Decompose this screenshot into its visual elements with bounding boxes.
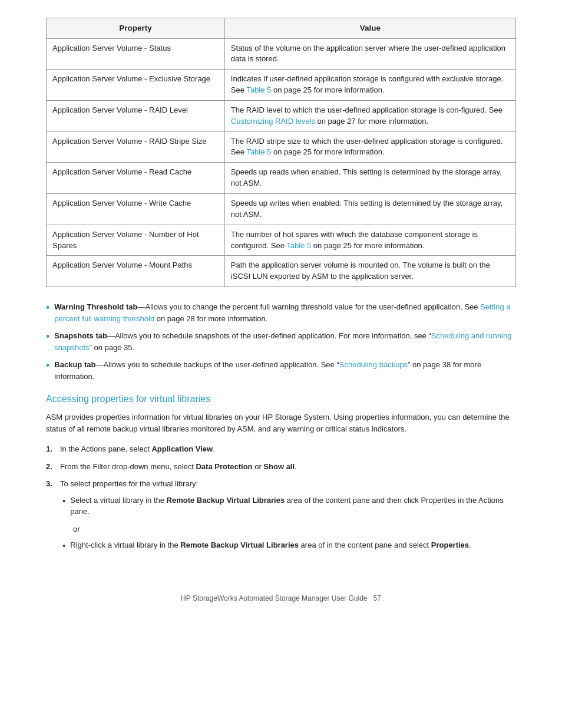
page-content: Property Value Application Server Volume… bbox=[46, 18, 516, 559]
step-number: 2. bbox=[46, 461, 60, 473]
table-cell-property: Application Server Volume - RAID Stripe … bbox=[47, 131, 225, 163]
table-cell-property: Application Server Volume - Status bbox=[47, 38, 225, 70]
sub-bullet-text: Select a virtual library in the Remote B… bbox=[70, 495, 516, 518]
section-description: ASM provides properties information for … bbox=[46, 411, 516, 435]
table-row: Application Server Volume - Number of Ho… bbox=[47, 225, 516, 256]
bullet-label: Backup tab bbox=[54, 360, 95, 369]
bullet-text: Snapshots tab—Allows you to schedule sna… bbox=[54, 330, 516, 353]
section-heading: Accessing properties for virtual librari… bbox=[46, 394, 516, 404]
table-cell-value: Indicates if user-defined application st… bbox=[224, 70, 515, 101]
col-value-header: Value bbox=[224, 18, 515, 39]
numbered-item: 3.To select properties for the virtual l… bbox=[46, 478, 516, 559]
table-cell-value: Status of the volume on the application … bbox=[224, 38, 515, 70]
bullet-item: •Backup tab—Allows you to schedule backu… bbox=[46, 359, 516, 382]
bullet-dot-icon: • bbox=[46, 300, 49, 316]
customizing-raid-link[interactable]: Customizing RAID levels bbox=[231, 117, 315, 126]
table5-link3[interactable]: Table 5 bbox=[286, 241, 311, 250]
step-text: To select properties for the virtual lib… bbox=[60, 478, 516, 559]
bullet-text: Warning Threshold tab—Allows you to chan… bbox=[54, 301, 516, 324]
table-cell-property: Application Server Volume - Number of Ho… bbox=[47, 225, 225, 256]
table-cell-value: The number of hot spares with which the … bbox=[224, 225, 515, 256]
table-row: Application Server Volume - StatusStatus… bbox=[47, 38, 516, 70]
table-cell-value: Path the application server volume is mo… bbox=[224, 256, 515, 287]
table-cell-value: The RAID stripe size to which the user-d… bbox=[224, 131, 515, 163]
bullet-text: Backup tab—Allows you to schedule backup… bbox=[54, 359, 516, 382]
table5-link2[interactable]: Table 5 bbox=[246, 147, 271, 156]
table-row: Application Server Volume - Mount PathsP… bbox=[47, 256, 516, 287]
sub-bullet-dot-icon: • bbox=[62, 495, 65, 508]
table-row: Application Server Volume - Exclusive St… bbox=[47, 70, 516, 101]
table-cell-value: The RAID level to which the user-defined… bbox=[224, 100, 515, 131]
numbered-item: 2.From the Filter drop-down menu, select… bbox=[46, 461, 516, 473]
table-row: Application Server Volume - Write CacheS… bbox=[47, 194, 516, 225]
bullet-link[interactable]: Scheduling and running snapshots bbox=[54, 331, 511, 352]
table-row: Application Server Volume - Read CacheSp… bbox=[47, 163, 516, 194]
step-text: In the Actions pane, select Application … bbox=[60, 443, 516, 455]
table-cell-property: Application Server Volume - Mount Paths bbox=[47, 256, 225, 287]
table-row: Application Server Volume - RAID LevelTh… bbox=[47, 100, 516, 131]
table-cell-property: Application Server Volume - RAID Level bbox=[47, 100, 225, 131]
table-cell-property: Application Server Volume - Read Cache bbox=[47, 163, 225, 194]
step-number: 1. bbox=[46, 443, 60, 455]
sub-bullet-text: Right-click a virtual library in the Rem… bbox=[70, 539, 471, 551]
bullet-link[interactable]: Scheduling backups bbox=[339, 360, 408, 369]
bullet-label: Snapshots tab bbox=[54, 331, 107, 340]
bullet-item: •Snapshots tab—Allows you to schedule sn… bbox=[46, 330, 516, 353]
sub-bullet-item: •Right-click a virtual library in the Re… bbox=[62, 539, 516, 553]
bullet-item: •Warning Threshold tab—Allows you to cha… bbox=[46, 301, 516, 324]
bullet-label: Warning Threshold tab bbox=[54, 302, 137, 311]
sub-bullet-dot-icon: • bbox=[62, 539, 65, 553]
numbered-item: 1.In the Actions pane, select Applicatio… bbox=[46, 443, 516, 455]
or-text: or bbox=[73, 523, 516, 535]
col-property-header: Property bbox=[47, 18, 225, 39]
page-footer: HP StorageWorks Automated Storage Manage… bbox=[46, 594, 516, 602]
table-row: Application Server Volume - RAID Stripe … bbox=[47, 131, 516, 163]
step-text: From the Filter drop-down menu, select D… bbox=[60, 461, 516, 473]
table5-link1[interactable]: Table 5 bbox=[246, 85, 271, 94]
bullet-list: •Warning Threshold tab—Allows you to cha… bbox=[46, 301, 516, 382]
bullet-dot-icon: • bbox=[46, 358, 49, 374]
table-cell-value: Speeds up reads when enabled. This setti… bbox=[224, 163, 515, 194]
step-number: 3. bbox=[46, 478, 60, 490]
sub-bullet-item: •Select a virtual library in the Remote … bbox=[62, 495, 516, 518]
table-cell-property: Application Server Volume - Write Cache bbox=[47, 194, 225, 225]
sub-bullet-list: •Select a virtual library in the Remote … bbox=[62, 495, 516, 553]
footer-text: HP StorageWorks Automated Storage Manage… bbox=[181, 594, 367, 602]
table-cell-value: Speeds up writes when enabled. This sett… bbox=[224, 194, 515, 225]
properties-table: Property Value Application Server Volume… bbox=[46, 18, 516, 287]
table-cell-property: Application Server Volume - Exclusive St… bbox=[47, 70, 225, 101]
footer-page: 57 bbox=[373, 594, 381, 602]
numbered-list: 1.In the Actions pane, select Applicatio… bbox=[46, 443, 516, 559]
bullet-dot-icon: • bbox=[46, 329, 49, 345]
